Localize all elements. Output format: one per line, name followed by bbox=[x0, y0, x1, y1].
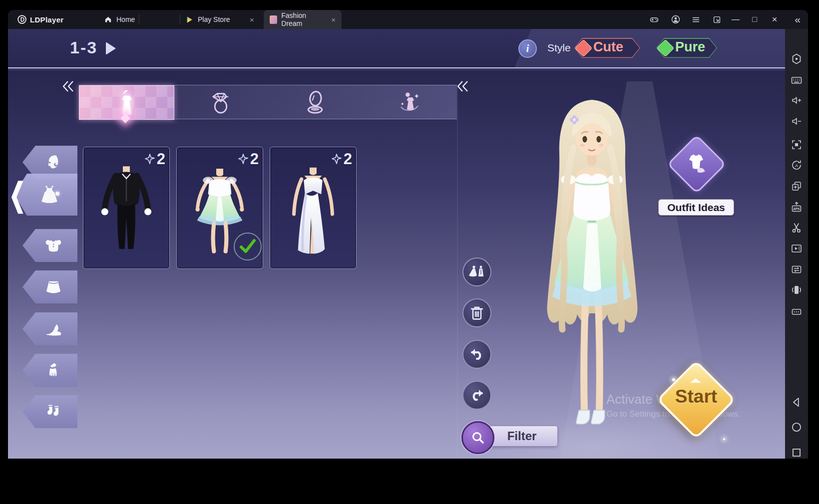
apk-install-icon: APK bbox=[791, 201, 803, 213]
category-tab-jewelry[interactable] bbox=[173, 85, 268, 119]
compact-mirror-icon bbox=[304, 89, 327, 115]
collapse-panel-handle-left[interactable] bbox=[62, 80, 79, 93]
green-check-icon bbox=[239, 239, 256, 254]
collapse-panel-handle-right[interactable] bbox=[456, 80, 473, 93]
toolbar-fullscreen-button[interactable] bbox=[785, 139, 808, 151]
close-icon: × bbox=[250, 15, 254, 24]
panel-seam bbox=[457, 85, 458, 459]
toolbar-rotate-button[interactable]: A bbox=[785, 159, 808, 171]
couple-outfit-button[interactable] bbox=[462, 257, 491, 286]
sync-arrows-icon bbox=[791, 263, 803, 275]
style-tag-pure[interactable]: Pure bbox=[656, 38, 717, 58]
keyboard-icon bbox=[791, 74, 803, 86]
game-header: 1-3 i Style Cute Pure bbox=[8, 29, 785, 68]
sparkle-dot bbox=[672, 378, 675, 381]
blouse-icon bbox=[44, 237, 62, 254]
start-label[interactable]: Start bbox=[668, 386, 724, 407]
info-button[interactable]: i bbox=[518, 39, 537, 58]
socks-icon bbox=[44, 403, 62, 421]
menu-icon bbox=[691, 15, 701, 24]
sparkle-dot bbox=[55, 192, 59, 196]
gamepad-button[interactable] bbox=[646, 10, 663, 29]
ldplayer-window: LDPlayer Home Play Store × Fashion Dream… bbox=[8, 10, 808, 459]
tab-fashion-dream-label: Fashion Dream bbox=[281, 11, 324, 27]
window-switch-button[interactable] bbox=[708, 10, 725, 29]
toolbar-keyboard-button[interactable] bbox=[785, 74, 808, 86]
menu-button[interactable] bbox=[687, 10, 704, 29]
ldplayer-logo-icon bbox=[17, 10, 27, 29]
pure-tag-label: Pure bbox=[675, 39, 705, 55]
screen-record-icon bbox=[791, 243, 803, 254]
brand-name: LDPlayer bbox=[30, 10, 63, 29]
category-tab-makeup[interactable] bbox=[268, 85, 362, 119]
toolbar-more-button[interactable] bbox=[785, 306, 808, 318]
svg-text:A: A bbox=[795, 163, 798, 168]
toolbar-settings-button[interactable] bbox=[785, 53, 808, 65]
close-icon[interactable]: × bbox=[331, 15, 336, 24]
white-evening-gown-art bbox=[278, 161, 348, 263]
ring-icon bbox=[210, 89, 232, 115]
style-tag-cute[interactable]: Cute bbox=[574, 38, 640, 58]
toolbar-install-apk-button[interactable]: APK bbox=[785, 201, 808, 213]
scissors-icon bbox=[791, 222, 803, 234]
volume-down-icon bbox=[791, 115, 803, 127]
back-triangle-icon bbox=[790, 396, 803, 409]
tab-playstore-close[interactable]: × bbox=[247, 10, 254, 29]
auto-rotate-icon: A bbox=[791, 159, 803, 171]
tshirt-hand-icon bbox=[683, 152, 707, 176]
category-tab-outfit-sets[interactable] bbox=[362, 85, 456, 119]
sidebar-item-skirt[interactable] bbox=[22, 270, 77, 303]
collapse-icon: « bbox=[795, 13, 801, 25]
recents-square-icon bbox=[790, 446, 803, 459]
start-up-arrow-icon bbox=[690, 378, 701, 383]
android-back-button[interactable] bbox=[785, 396, 808, 409]
undo-button[interactable] bbox=[462, 340, 491, 369]
maximize-icon: □ bbox=[752, 15, 757, 24]
sidebar-item-top[interactable] bbox=[22, 229, 77, 262]
tab-fashion-dream[interactable]: Fashion Dream × bbox=[264, 10, 342, 29]
close-window-button[interactable]: × bbox=[766, 10, 783, 29]
account-button[interactable] bbox=[667, 10, 684, 29]
play-stage-button[interactable] bbox=[106, 42, 116, 55]
item-card-black-outfit[interactable]: 2 bbox=[83, 147, 170, 269]
tab-playstore[interactable]: Play Store bbox=[186, 10, 230, 29]
hair-icon bbox=[45, 154, 62, 171]
home-icon bbox=[104, 15, 112, 24]
multi-window-plus-icon bbox=[791, 180, 803, 192]
toolbar-multi-instance-button[interactable] bbox=[785, 180, 808, 192]
clear-outfit-button[interactable] bbox=[462, 298, 491, 327]
android-recents-button[interactable] bbox=[785, 446, 808, 459]
active-item-bracket: ❮ bbox=[9, 169, 26, 220]
tab-home[interactable]: Home bbox=[104, 10, 135, 29]
toolbar-screenshot-button[interactable] bbox=[785, 222, 808, 234]
toolbar-volume-down-button[interactable] bbox=[785, 115, 808, 127]
skirt-icon bbox=[44, 278, 62, 296]
character-model bbox=[512, 89, 672, 443]
toolbar-volume-up-button[interactable] bbox=[785, 94, 808, 106]
black-leather-outfit-art bbox=[91, 161, 161, 263]
minimize-button[interactable]: — bbox=[727, 10, 744, 29]
glove-icon bbox=[44, 361, 62, 379]
tab-home-label: Home bbox=[116, 15, 135, 23]
fullscreen-icon bbox=[791, 139, 803, 151]
search-icon bbox=[471, 431, 485, 445]
trash-icon bbox=[470, 306, 483, 320]
minimize-icon: — bbox=[732, 15, 740, 24]
sidebar-item-shoes[interactable] bbox=[22, 312, 77, 345]
toolbar-shake-button[interactable] bbox=[785, 284, 808, 296]
toolbar-recorder-button[interactable] bbox=[785, 243, 808, 254]
maximize-button[interactable]: □ bbox=[746, 10, 763, 29]
hexagon-dot-icon bbox=[791, 53, 803, 65]
collapse-toolbar-button[interactable]: « bbox=[789, 10, 806, 29]
sidebar-item-gloves[interactable] bbox=[22, 354, 77, 387]
item-card-mint-dress[interactable]: 2 bbox=[176, 147, 263, 269]
account-icon bbox=[671, 14, 681, 24]
toolbar-sync-button[interactable] bbox=[785, 263, 808, 275]
filter-search-button[interactable] bbox=[461, 421, 494, 454]
android-home-button[interactable] bbox=[785, 421, 808, 434]
item-card-white-gown[interactable]: 2 bbox=[270, 147, 357, 269]
sparkle-dress-icon bbox=[397, 89, 422, 116]
sidebar-item-socks[interactable] bbox=[22, 395, 77, 428]
outfit-ideas-label: Outfit Ideas bbox=[658, 199, 734, 216]
redo-button[interactable] bbox=[462, 381, 491, 410]
